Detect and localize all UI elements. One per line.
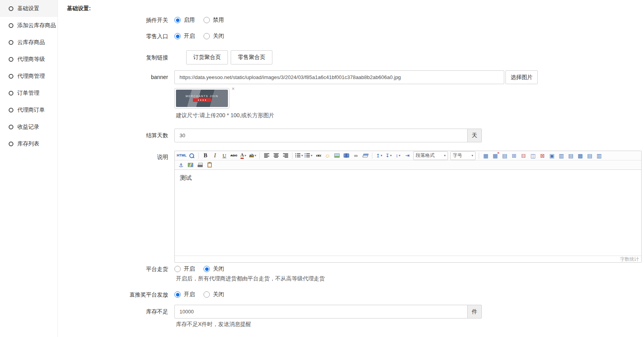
retail-entry-on-radio[interactable]: 开启: [174, 33, 195, 40]
font-size-select[interactable]: 字号 ▾: [450, 151, 476, 160]
plugin-switch-label: 插件开关: [67, 16, 174, 24]
line-height-icon[interactable]: ↕ ▾: [393, 151, 403, 160]
print-icon[interactable]: [195, 161, 205, 169]
editor-toolbar-row2: ⚓: [175, 160, 641, 170]
form-row-settlement-days: 结算天数 天: [67, 129, 644, 142]
insert-image-icon[interactable]: [332, 151, 342, 160]
delete-row-icon[interactable]: ⊟: [519, 151, 528, 160]
insert-row-icon[interactable]: ⊞: [509, 151, 519, 160]
radio-checked-icon: [174, 33, 181, 39]
highlight-color-icon[interactable]: ab ▾: [248, 151, 257, 160]
remove-format-icon[interactable]: [361, 151, 370, 160]
emoji-icon[interactable]: ☺: [323, 151, 332, 160]
insert-col-icon[interactable]: ◫: [528, 151, 538, 160]
settlement-days-label: 结算天数: [67, 129, 174, 142]
sidebar-item-cloud-stock-products[interactable]: 云库存商品: [0, 34, 57, 51]
paragraph-space-bottom-icon[interactable]: ↧ ▾: [384, 151, 393, 160]
banner-thumbnail: MERCHANTS JOIN ×: [174, 88, 229, 109]
blockquote-icon[interactable]: ““: [313, 151, 323, 160]
low-stock-input[interactable]: [174, 305, 468, 319]
insert-table-icon[interactable]: ▦: [481, 151, 490, 160]
form-row-low-stock: 库存不足 件 库存不足X件时，发送消息提醒: [67, 305, 644, 328]
table-props-icon[interactable]: ▤: [500, 151, 509, 160]
merge-cell-down-icon[interactable]: ▤: [566, 151, 576, 160]
order-aggregate-page-button[interactable]: 订货聚合页: [186, 50, 228, 64]
remove-image-icon[interactable]: ×: [231, 86, 235, 91]
chevron-down-icon: ▾: [444, 154, 446, 157]
sidebar-item-agent-orders[interactable]: 代理商订单: [0, 101, 57, 118]
toolbar-separator: [372, 153, 372, 159]
split-cell-icon[interactable]: ▩: [576, 151, 585, 160]
delete-col-icon[interactable]: ⊠: [538, 151, 547, 160]
italic-icon[interactable]: I: [210, 151, 220, 160]
description-label: 说明: [67, 151, 174, 161]
insert-video-icon[interactable]: [342, 151, 351, 160]
circle-bullet-icon: [9, 6, 13, 11]
direct-reward-label: 直推奖平台发放: [67, 291, 174, 298]
cell-props-icon[interactable]: ▣: [547, 151, 557, 160]
align-center-icon[interactable]: [271, 151, 281, 160]
radio-checked-icon: [204, 266, 210, 272]
sidebar-item-add-cloud-stock-product[interactable]: 添加云库存商品: [0, 17, 57, 34]
radio-checked-icon: [174, 291, 181, 298]
map-icon[interactable]: [186, 161, 195, 169]
indent-icon[interactable]: ⇥: [403, 151, 412, 160]
editor-content[interactable]: 测试: [175, 170, 641, 256]
main-content: 基础设置: 插件开关 启用 禁用 零售入口 开启: [58, 0, 644, 337]
col-props-icon[interactable]: ▥: [594, 151, 604, 160]
chevron-down-icon: ▾: [311, 154, 312, 157]
circle-bullet-icon: [9, 108, 13, 112]
direct-reward-on-radio[interactable]: 开启: [174, 291, 195, 298]
radio-unchecked-icon: [174, 266, 181, 272]
low-stock-label: 库存不足: [67, 305, 174, 319]
low-stock-hint: 库存不足X件时，发送消息提醒: [174, 321, 251, 328]
chevron-down-icon: ▾: [399, 154, 400, 157]
radio-unchecked-icon: [204, 17, 210, 23]
sidebar-item-income-records[interactable]: 收益记录: [0, 118, 57, 135]
underline-icon[interactable]: U: [220, 151, 229, 160]
merge-cell-right-icon[interactable]: ▥: [557, 151, 566, 160]
chevron-down-icon: ▾: [255, 154, 256, 157]
chevron-down-icon: ▾: [381, 154, 382, 157]
unit-pieces-addon: 件: [467, 305, 482, 319]
direct-reward-off-radio[interactable]: 关闭: [204, 291, 224, 298]
radio-unchecked-icon: [204, 291, 210, 298]
platform-shipping-off-radio[interactable]: 关闭: [204, 265, 224, 273]
sidebar-item-order-management[interactable]: 订单管理: [0, 85, 57, 101]
font-color-icon[interactable]: A ▾: [239, 151, 248, 160]
align-left-icon[interactable]: [262, 151, 271, 160]
source-code-icon[interactable]: HTML: [176, 151, 187, 160]
preview-icon[interactable]: [187, 151, 196, 160]
bold-icon[interactable]: B: [201, 151, 210, 160]
thumbnail-red-badge: [193, 98, 211, 102]
choose-image-button[interactable]: 选择图片: [505, 70, 538, 84]
paragraph-space-top-icon[interactable]: ↥ ▾: [374, 151, 384, 160]
delete-table-icon[interactable]: ▦: [490, 151, 500, 160]
retail-aggregate-page-button[interactable]: 零售聚合页: [231, 50, 272, 64]
anchor-icon[interactable]: ⚓: [176, 161, 186, 169]
align-right-icon[interactable]: [281, 151, 290, 160]
platform-shipping-on-radio[interactable]: 开启: [174, 265, 195, 273]
banner-url-input[interactable]: [174, 70, 504, 84]
retail-entry-off-radio[interactable]: 关闭: [204, 33, 224, 40]
editor-toolbar-row1: HTML B I: [175, 151, 641, 160]
plugin-switch-off-radio[interactable]: 禁用: [204, 17, 224, 24]
ordered-list-icon[interactable]: ▾: [294, 151, 304, 160]
sidebar-item-stock-list[interactable]: 库存列表: [0, 135, 57, 152]
unordered-list-icon[interactable]: ▾: [304, 151, 313, 160]
paragraph-format-select[interactable]: 段落格式 ▾: [413, 151, 448, 160]
toolbar-separator: [292, 153, 292, 159]
chevron-down-icon: ▾: [301, 154, 303, 157]
paste-icon[interactable]: [205, 161, 214, 169]
strikethrough-icon[interactable]: ABC: [229, 151, 239, 160]
toolbar-separator: [198, 153, 199, 159]
circle-bullet-icon: [9, 74, 13, 79]
sidebar-item-agent-management[interactable]: 代理商管理: [0, 68, 57, 85]
settlement-days-input[interactable]: [174, 129, 468, 142]
row-props-icon[interactable]: ▤: [585, 151, 594, 160]
sidebar-item-basic-settings[interactable]: 基础设置: [0, 0, 57, 17]
retail-entry-label: 零售入口: [67, 32, 174, 40]
plugin-switch-on-radio[interactable]: 启用: [174, 17, 195, 24]
link-icon[interactable]: ∞: [351, 151, 361, 160]
sidebar-item-agent-levels[interactable]: 代理商等级: [0, 51, 57, 68]
